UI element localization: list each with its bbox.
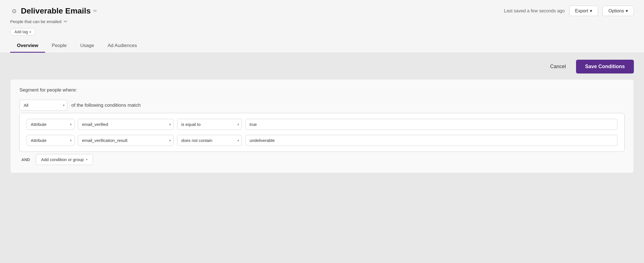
title-edit-icon[interactable]: ✏	[93, 8, 97, 14]
export-button[interactable]: Export ▾	[569, 6, 598, 16]
condition-1-operator-select[interactable]: is equal to is not equal to contains doe…	[177, 119, 242, 130]
condition-2-value-input[interactable]	[245, 135, 617, 146]
tab-overview[interactable]: Overview	[10, 39, 45, 53]
match-row: All Any ▾ of the following conditions ma…	[19, 100, 625, 111]
condition-1-attr-select[interactable]: email_verified	[78, 119, 174, 130]
segment-card: Segment for people where: All Any ▾ of t…	[10, 79, 634, 173]
condition-row-2: Attribute Event ▾ email_verification_res…	[27, 135, 617, 146]
subtitle-row: People that can be emailed ✏	[10, 19, 634, 24]
export-label: Export	[575, 8, 588, 14]
options-label: Options	[608, 8, 624, 14]
add-condition-label: Add condition or group	[41, 157, 84, 162]
match-select-wrapper: All Any ▾	[19, 100, 67, 111]
condition-1-operator-wrapper: is equal to is not equal to contains doe…	[177, 119, 242, 130]
add-tag-button[interactable]: Add tag +	[10, 28, 36, 35]
condition-2-attr-select[interactable]: email_verification_result	[78, 135, 174, 146]
tab-usage[interactable]: Usage	[74, 39, 101, 53]
page-title: Deliverable Emails	[21, 6, 91, 15]
match-select[interactable]: All Any	[19, 100, 67, 111]
back-icon[interactable]: ⊙	[10, 7, 18, 15]
condition-2-type-wrapper: Attribute Event ▾	[27, 135, 74, 146]
condition-2-operator-select[interactable]: does not contain is equal to is not equa…	[177, 135, 242, 146]
subtitle-edit-icon[interactable]: ✏	[64, 19, 67, 24]
condition-1-attr-wrapper: email_verified ▾	[78, 119, 174, 130]
tab-ad-audiences[interactable]: Ad Audiences	[101, 39, 144, 53]
header-top: ⊙ Deliverable Emails ✏ Last saved a few …	[10, 6, 634, 16]
condition-1-value-input[interactable]	[245, 119, 617, 130]
condition-1-type-wrapper: Attribute Event ▾	[27, 119, 74, 130]
page-wrapper: ⊙ Deliverable Emails ✏ Last saved a few …	[0, 0, 644, 263]
options-button[interactable]: Options ▾	[603, 6, 634, 16]
toolbar-row: Cancel Save Conditions	[10, 60, 634, 73]
subtitle-text: People that can be emailed	[10, 19, 61, 24]
tab-people[interactable]: People	[45, 39, 74, 53]
add-tag-label: Add tag +	[14, 30, 31, 34]
conditions-box: Attribute Event ▾ email_verified ▾ is	[19, 113, 625, 152]
add-condition-button[interactable]: Add condition or group ▾	[36, 154, 93, 165]
save-conditions-button[interactable]: Save Conditions	[576, 60, 634, 73]
header: ⊙ Deliverable Emails ✏ Last saved a few …	[0, 0, 644, 53]
header-actions: Last saved a few seconds ago Export ▾ Op…	[504, 6, 634, 16]
options-chevron-icon: ▾	[626, 8, 628, 14]
last-saved-text: Last saved a few seconds ago	[504, 8, 564, 14]
title-section: ⊙ Deliverable Emails ✏	[10, 6, 97, 15]
add-condition-row: AND Add condition or group ▾	[19, 154, 625, 165]
tabs: Overview People Usage Ad Audiences	[10, 39, 634, 53]
add-condition-chevron-icon: ▾	[86, 158, 88, 161]
cancel-button[interactable]: Cancel	[544, 61, 572, 72]
export-chevron-icon: ▾	[590, 8, 592, 14]
main-content: Cancel Save Conditions Segment for peopl…	[0, 53, 644, 180]
condition-2-operator-wrapper: does not contain is equal to is not equa…	[177, 135, 242, 146]
condition-1-type-select[interactable]: Attribute Event	[27, 119, 74, 130]
condition-2-attr-wrapper: email_verification_result ▾	[78, 135, 174, 146]
segment-label: Segment for people where:	[19, 87, 625, 93]
and-label: AND	[19, 157, 32, 162]
match-suffix-text: of the following conditions match	[71, 102, 141, 108]
condition-row-1: Attribute Event ▾ email_verified ▾ is	[27, 119, 617, 130]
condition-2-type-select[interactable]: Attribute Event	[27, 135, 74, 146]
